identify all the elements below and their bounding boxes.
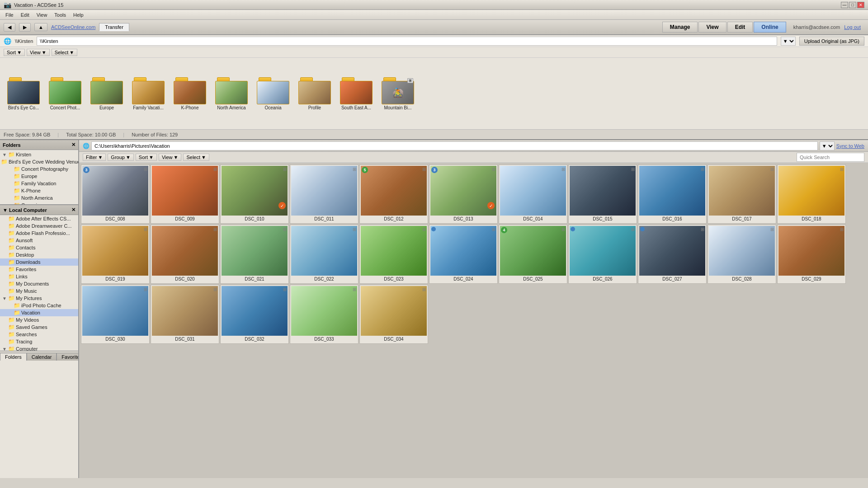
local-tree-item[interactable]: 📁 My Videos — [0, 316, 78, 324]
photo-item[interactable]: ⊞ DSC_020 — [151, 225, 219, 284]
upload-button[interactable]: Upload Original (as JPG) — [799, 37, 864, 46]
local-tree-item[interactable]: 📁 My Documents — [0, 280, 78, 287]
logout-link[interactable]: Log out — [844, 24, 861, 30]
menu-tools[interactable]: Tools — [51, 11, 70, 19]
local-tree-item[interactable]: 📁 Downloads — [0, 258, 78, 266]
tab-favorites[interactable]: Favorites — [57, 353, 79, 361]
folder-thumbnail[interactable]: 🚵 ⊞ Mountain Bi... — [378, 76, 418, 111]
local-tree-item[interactable]: 📁 Aunsoft — [0, 237, 78, 244]
filter-dropdown[interactable]: Filter ▼ — [83, 154, 106, 161]
local-tree-item[interactable]: 📁 iPod Photo Cache — [0, 302, 78, 309]
select-dropdown[interactable]: Select ▼ — [52, 49, 77, 56]
up-button[interactable]: ▲ — [34, 23, 47, 31]
sidebar-item[interactable]: 📁 Family Vacation — [0, 180, 78, 187]
local-tree-item[interactable]: 📁 Vacation — [0, 309, 78, 316]
menu-edit[interactable]: Edit — [17, 11, 33, 19]
folder-thumbnail[interactable]: South East A... — [336, 76, 376, 111]
folder-thumbnail[interactable]: North America — [212, 76, 251, 111]
photo-item[interactable]: ⊞ DSC_019 — [81, 225, 150, 284]
menu-file[interactable]: File — [2, 11, 17, 19]
content-select-dropdown[interactable]: Select ▼ — [183, 154, 209, 161]
transfer-tab[interactable]: Transfer — [99, 23, 129, 31]
tab-folders[interactable]: Folders — [0, 353, 27, 361]
transfer-path-dropdown[interactable]: ▼ — [781, 37, 796, 46]
photo-item[interactable]: ⊞ DSC_015 — [568, 164, 637, 224]
local-tree-item[interactable]: 📁 Adobe After Effects CS... — [0, 215, 78, 222]
sidebar-item[interactable]: 📁 North America — [0, 194, 78, 202]
local-tree-item[interactable]: 📁 Desktop — [0, 251, 78, 258]
folder-thumbnail[interactable]: Family Vacati... — [128, 76, 168, 111]
folder-thumbnail[interactable]: Europe — [87, 76, 127, 111]
sidebar-item[interactable]: ▼ 📁 Kirsten — [0, 151, 78, 158]
sidebar-item[interactable]: 📁 Europe — [0, 173, 78, 180]
photo-item[interactable]: ⊞ DSC_022 — [290, 225, 359, 284]
photo-item[interactable]: ⊞ DSC_018 — [777, 164, 846, 224]
sidebar-item[interactable]: 📁 Bird's Eye Cove Wedding Venue — [0, 158, 78, 165]
photo-item[interactable]: ⊞ DSC_031 — [151, 285, 219, 344]
local-tree-item[interactable]: 📁 Adobe Dreamweaver C... — [0, 222, 78, 230]
edit-mode-button[interactable]: Edit — [727, 22, 753, 33]
photo-item[interactable]: ⊞ DSC_024 — [429, 225, 498, 284]
menu-help[interactable]: Help — [70, 11, 87, 19]
menu-view[interactable]: View — [33, 11, 51, 19]
view-mode-button[interactable]: View — [698, 22, 726, 33]
local-close-button[interactable]: ✕ — [71, 207, 75, 213]
local-tree-item[interactable]: ▼ 📁 My Pictures — [0, 295, 78, 302]
folder-thumbnail[interactable]: K-Phone — [170, 76, 210, 111]
photo-item[interactable]: ✓ ⊞ DSC_010 — [220, 164, 289, 224]
photo-item[interactable]: ⊞ DSC_016 — [638, 164, 707, 224]
content-view-dropdown[interactable]: View ▼ — [159, 154, 182, 161]
photo-item[interactable]: ⊞ DSC_027 — [638, 225, 707, 284]
local-tree-item[interactable]: 📁 Searches — [0, 331, 78, 338]
photo-item[interactable]: ⊞ DSC_033 — [290, 285, 359, 344]
sync-web-link[interactable]: Sync to Web — [836, 143, 864, 149]
manage-mode-button[interactable]: Manage — [662, 22, 698, 33]
photo-item[interactable]: ⊞ DSC_011 — [290, 164, 359, 224]
photo-item[interactable]: ⊞ DSC_029 — [777, 225, 846, 284]
photo-item[interactable]: ⊞ DSC_030 — [81, 285, 150, 344]
view-dropdown[interactable]: View ▼ — [27, 49, 50, 56]
folder-thumbnail[interactable]: Profile — [295, 76, 335, 111]
local-tree-item[interactable]: ▼ 📁 Computer — [0, 345, 78, 351]
content-path-dropdown[interactable]: ▼ — [820, 141, 835, 150]
photo-item[interactable]: ⊞ DSC_009 — [151, 164, 219, 224]
tab-calendar[interactable]: Calendar — [27, 353, 57, 361]
group-dropdown[interactable]: Group ▼ — [108, 154, 133, 161]
local-tree-item[interactable]: 📁 Adobe Flash Professio... — [0, 230, 78, 237]
local-tree-item[interactable]: 📁 Saved Games — [0, 324, 78, 331]
close-button[interactable]: ✕ — [857, 2, 864, 8]
sidebar-item[interactable]: 📁 K-Phone — [0, 187, 78, 194]
online-link[interactable]: ACDSeeOnline.com — [51, 24, 95, 30]
photo-item[interactable]: ⊞ DSC_021 — [220, 225, 289, 284]
maximize-button[interactable]: □ — [849, 2, 856, 8]
local-tree-item[interactable]: 📁 Tracing — [0, 338, 78, 345]
photo-item[interactable]: 4 ⊞ DSC_025 — [499, 225, 567, 284]
minimize-button[interactable]: — — [841, 2, 848, 8]
local-tree-item[interactable]: 📁 Links — [0, 273, 78, 280]
photo-item[interactable]: 3 ✓ ⊞ DSC_013 — [429, 164, 498, 224]
online-mode-button[interactable]: Online — [754, 22, 786, 33]
local-tree-item[interactable]: 📁 Contacts — [0, 244, 78, 251]
photo-item[interactable]: ⊞ DSC_023 — [359, 225, 428, 284]
content-path-input[interactable] — [91, 141, 818, 150]
local-tree-item[interactable]: 📁 Favorites — [0, 266, 78, 273]
content-sort-dropdown[interactable]: Sort ▼ — [136, 154, 157, 161]
sort-dropdown[interactable]: Sort ▼ — [4, 49, 25, 56]
folder-thumbnail[interactable]: Bird's Eye Co... — [4, 76, 43, 111]
photo-item[interactable]: ⊞ DSC_028 — [708, 225, 776, 284]
sidebar-item[interactable]: 📁 Concert Photography — [0, 165, 78, 173]
photo-item[interactable]: ⊞ DSC_014 — [499, 164, 567, 224]
photo-item[interactable]: 5 ⊞ DSC_012 — [359, 164, 428, 224]
folder-thumbnail[interactable]: Concert Phot... — [45, 76, 85, 111]
back-button[interactable]: ◀ — [4, 23, 15, 32]
local-tree-item[interactable]: 📁 My Music — [0, 287, 78, 295]
folder-thumbnail[interactable]: Oceania — [253, 76, 293, 111]
photo-item[interactable]: ⊞ DSC_034 — [359, 285, 428, 344]
photo-item[interactable]: ⊞ DSC_017 — [708, 164, 776, 224]
sidebar-close-button[interactable]: ✕ — [71, 142, 75, 148]
quick-search-input[interactable] — [797, 153, 864, 162]
transfer-path-input[interactable] — [37, 37, 777, 46]
local-section-header[interactable]: ▼ Local Computer ✕ — [0, 205, 78, 215]
photo-item[interactable]: ⊞ DSC_026 — [568, 225, 637, 284]
forward-button[interactable]: ▶ — [19, 23, 31, 32]
